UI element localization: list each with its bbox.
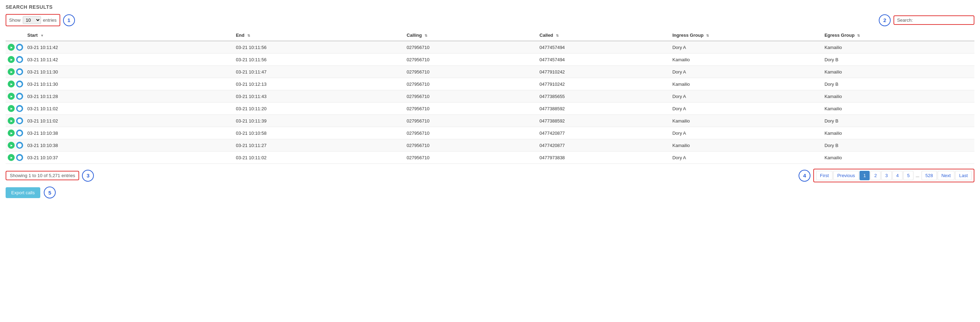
cell-called: 0477910242 (537, 66, 670, 78)
page-first-button[interactable]: First (816, 171, 832, 180)
clock-icon[interactable] (16, 105, 23, 112)
table-row: 03-21 10:11:2803-21 10:11:43027956710047… (6, 90, 974, 103)
clock-icon[interactable] (16, 93, 23, 100)
row-icons-cell (6, 115, 25, 127)
cell-end: 03-21 10:11:56 (234, 54, 404, 66)
page-1-button[interactable]: 1 (859, 171, 870, 180)
cell-egress: Dory B (822, 54, 974, 66)
row-icons-cell (6, 41, 25, 54)
cell-egress: Dory B (822, 78, 974, 90)
cell-start: 03-21 10:11:02 (25, 115, 234, 127)
col-called-header[interactable]: Called ⇅ (537, 30, 670, 41)
cell-called: 0477457494 (537, 41, 670, 54)
cell-egress: Dory B (822, 139, 974, 152)
play-icon[interactable] (8, 142, 15, 149)
cell-end: 03-21 10:11:02 (234, 152, 404, 164)
cell-egress: Kamailio (822, 152, 974, 164)
col-end-header[interactable]: End ⇅ (234, 30, 404, 41)
cell-egress: Kamailio (822, 66, 974, 78)
show-label: Show (9, 17, 21, 23)
page-4-button[interactable]: 4 (892, 171, 903, 180)
sort-arrow-start: ▼ (40, 33, 44, 38)
cell-calling: 027956710 (404, 115, 537, 127)
table-body: 03-21 10:11:4203-21 10:11:56027956710047… (6, 41, 974, 164)
cell-calling: 027956710 (404, 66, 537, 78)
cell-start: 03-21 10:10:37 (25, 152, 234, 164)
cell-ingress: Kamailio (670, 115, 822, 127)
cell-ingress: Dory A (670, 66, 822, 78)
table-row: 03-21 10:10:3803-21 10:11:27027956710047… (6, 139, 974, 152)
page-2-button[interactable]: 2 (870, 171, 881, 180)
cell-calling: 027956710 (404, 54, 537, 66)
cell-called: 0477420877 (537, 139, 670, 152)
cell-start: 03-21 10:11:30 (25, 66, 234, 78)
entries-label: entries (43, 17, 57, 23)
badge-2: 2 (879, 14, 891, 26)
col-egress-header[interactable]: Egress Group ⇅ (822, 30, 974, 41)
controls-row: Show 10 25 50 100 entries 1 2 Search: (6, 14, 974, 26)
cell-end: 03-21 10:11:39 (234, 115, 404, 127)
clock-icon[interactable] (16, 117, 23, 124)
cell-start: 03-21 10:10:38 (25, 139, 234, 152)
row-icons-cell (6, 54, 25, 66)
clock-icon[interactable] (16, 44, 23, 51)
page-5-button[interactable]: 5 (903, 171, 913, 180)
cell-called: 0477420877 (537, 127, 670, 139)
page-528-button[interactable]: 528 (921, 171, 937, 180)
table-row: 03-21 10:11:4203-21 10:11:56027956710047… (6, 54, 974, 66)
export-row: Export calls 5 (6, 187, 974, 198)
right-controls: 2 Search: (879, 14, 974, 26)
page-next-button[interactable]: Next (938, 171, 955, 180)
clock-icon[interactable] (16, 56, 23, 63)
cell-ingress: Dory A (670, 41, 822, 54)
table-header-row: Start ▼ End ⇅ Calling ⇅ Called ⇅ Ingress… (6, 30, 974, 41)
table-row: 03-21 10:11:3003-21 10:11:47027956710047… (6, 66, 974, 78)
left-controls: Show 10 25 50 100 entries 1 (6, 14, 75, 26)
play-icon[interactable] (8, 93, 15, 100)
table-row: 03-21 10:11:0203-21 10:11:39027956710047… (6, 115, 974, 127)
play-icon[interactable] (8, 130, 15, 136)
sort-arrow-called: ⇅ (556, 33, 558, 38)
badge-5: 5 (44, 187, 56, 198)
sort-arrow-calling: ⇅ (425, 33, 427, 38)
col-icons-header (6, 30, 25, 41)
page-3-button[interactable]: 3 (881, 171, 891, 180)
play-icon[interactable] (8, 154, 15, 161)
play-icon[interactable] (8, 117, 15, 124)
clock-icon[interactable] (16, 142, 23, 149)
row-icons-cell (6, 127, 25, 139)
clock-icon[interactable] (16, 68, 23, 75)
play-icon[interactable] (8, 56, 15, 63)
entries-select[interactable]: 10 25 50 100 (23, 16, 41, 24)
page-last-button[interactable]: Last (955, 171, 972, 180)
cell-calling: 027956710 (404, 90, 537, 103)
clock-icon[interactable] (16, 81, 23, 87)
sort-arrow-end: ⇅ (247, 33, 250, 38)
cell-end: 03-21 10:10:58 (234, 127, 404, 139)
cell-end: 03-21 10:11:27 (234, 139, 404, 152)
play-icon[interactable] (8, 68, 15, 75)
search-box: Search: (894, 16, 974, 25)
search-input[interactable] (915, 17, 971, 23)
cell-egress: Kamailio (822, 41, 974, 54)
col-ingress-header[interactable]: Ingress Group ⇅ (670, 30, 822, 41)
table-row: 03-21 10:10:3803-21 10:10:58027956710047… (6, 127, 974, 139)
play-icon[interactable] (8, 81, 15, 87)
clock-icon[interactable] (16, 130, 23, 136)
clock-icon[interactable] (16, 154, 23, 161)
cell-calling: 027956710 (404, 41, 537, 54)
export-calls-button[interactable]: Export calls (6, 187, 40, 198)
cell-calling: 027956710 (404, 139, 537, 152)
col-calling-header[interactable]: Calling ⇅ (404, 30, 537, 41)
play-icon[interactable] (8, 44, 15, 51)
pagination-ellipsis: ... (914, 171, 921, 180)
cell-egress: Dory B (822, 115, 974, 127)
col-start-header[interactable]: Start ▼ (25, 30, 234, 41)
cell-called: 0477910242 (537, 78, 670, 90)
cell-end: 03-21 10:11:56 (234, 41, 404, 54)
cell-start: 03-21 10:11:30 (25, 78, 234, 90)
play-icon[interactable] (8, 105, 15, 112)
showing-info-wrapper: Showing 1 to 10 of 5,271 entries 3 (6, 170, 94, 182)
row-icons-cell (6, 152, 25, 164)
page-previous-button[interactable]: Previous (833, 171, 859, 180)
